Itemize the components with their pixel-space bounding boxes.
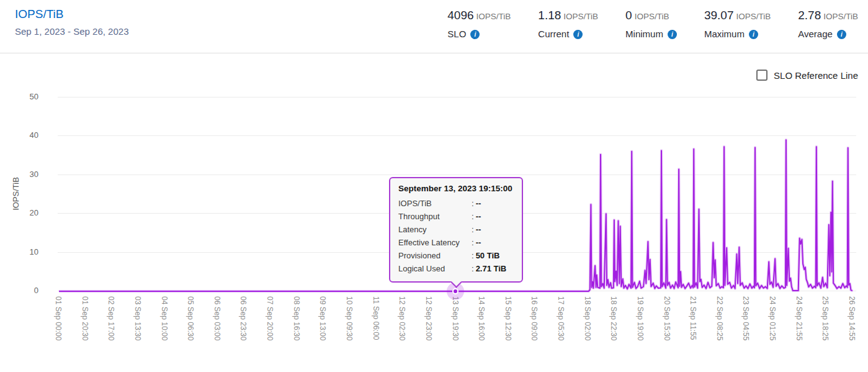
x-tick-label: 05 Sep 06:30	[186, 296, 195, 340]
x-tick-label: 24 Sep 01:25	[768, 296, 777, 340]
stat-value: 2.78IOPS/TiB	[798, 7, 858, 25]
info-icon[interactable]: i	[749, 30, 758, 39]
iops-tib-chart-panel: IOPS/TiB Sep 1, 2023 - Sep 26, 2023 4096…	[0, 0, 868, 372]
x-tick-label: 11 Sep 06:00	[372, 296, 380, 340]
y-tick-label: 10	[14, 247, 38, 256]
stat-maximum: 39.07IOPS/TiBMaximumi	[704, 7, 771, 42]
stat-value: 4096IOPS/TiB	[447, 7, 511, 25]
y-tick-label: 0	[14, 286, 38, 295]
x-tick-label: 06 Sep 03:00	[213, 296, 221, 340]
x-tick-label: 10 Sep 09:30	[345, 296, 354, 340]
chart-tooltip: September 13, 2023 19:15:00 IOPS/TiB:--T…	[389, 177, 523, 283]
stat-label: Currenti	[538, 27, 598, 42]
x-tick-label: 01 Sep 00:00	[54, 296, 63, 340]
stat-label: Maximumi	[704, 27, 771, 42]
x-tick-label: 26 Sep 14:55	[848, 296, 856, 340]
x-tick-label: 01 Sep 20:30	[81, 296, 89, 340]
x-tick-label: 12 Sep 23:00	[424, 296, 433, 340]
y-tick-label: 20	[14, 208, 38, 217]
header-divider	[0, 53, 868, 53]
y-tick-label: 30	[14, 170, 38, 179]
x-tick-label: 22 Sep 08:25	[715, 296, 724, 340]
stat-current: 1.18IOPS/TiBCurrenti	[538, 7, 598, 42]
slo-reference-line-toggle[interactable]: SLO Reference Line	[756, 70, 858, 81]
tooltip-row: Throughput:--	[398, 210, 514, 223]
hover-marker-dot	[452, 288, 459, 294]
x-tick-label: 18 Sep 02:00	[583, 296, 592, 340]
y-tick-label: 40	[14, 130, 38, 140]
x-tick-label: 20 Sep 15:30	[663, 296, 671, 340]
x-tick-label: 06 Sep 23:30	[239, 296, 248, 340]
stat-value: 39.07IOPS/TiB	[704, 7, 771, 25]
tooltip-rows: IOPS/TiB:--Throughput:--Latency:--Effect…	[398, 197, 514, 275]
x-tick-label: 03 Sep 13:30	[133, 296, 142, 340]
x-tick-label: 25 Sep 18:25	[821, 296, 830, 340]
x-tick-label: 14 Sep 16:00	[477, 296, 486, 340]
x-tick-label: 09 Sep 13:00	[318, 296, 327, 340]
tooltip-row: Effective Latency:--	[398, 236, 514, 249]
page-title[interactable]: IOPS/TiB	[15, 7, 63, 21]
stat-average: 2.78IOPS/TiBAveragei	[798, 7, 858, 42]
stat-minimum: 0IOPS/TiBMinimumi	[625, 7, 677, 42]
x-tick-label: 07 Sep 20:00	[266, 296, 274, 340]
x-tick-label: 12 Sep 02:30	[398, 296, 406, 340]
tooltip-row: Latency:--	[398, 223, 514, 236]
x-tick-label: 16 Sep 09:00	[530, 296, 539, 340]
stat-label: Averagei	[798, 27, 858, 42]
stat-label: SLOi	[447, 27, 511, 42]
x-tick-label: 15 Sep 12:30	[504, 296, 512, 340]
y-axis-title: IOPS/TiB	[11, 177, 20, 211]
slo-reference-line-label: SLO Reference Line	[774, 70, 858, 81]
y-tick-label: 50	[14, 92, 38, 101]
x-tick-label: 02 Sep 17:00	[107, 296, 115, 340]
stat-slo: 4096IOPS/TiBSLOi	[447, 7, 511, 42]
info-icon[interactable]: i	[573, 30, 583, 39]
info-icon[interactable]: i	[470, 30, 480, 39]
x-tick-label: 04 Sep 10:00	[160, 296, 169, 340]
slo-reference-line-checkbox[interactable]	[756, 70, 767, 81]
info-icon[interactable]: i	[668, 30, 677, 39]
x-tick-label: 19 Sep 19:00	[636, 296, 645, 340]
tooltip-row: Logical Used:2.71 TiB	[398, 262, 514, 275]
tooltip-title: September 13, 2023 19:15:00	[398, 184, 514, 193]
stats-row: 4096IOPS/TiBSLOi1.18IOPS/TiBCurrenti0IOP…	[447, 7, 858, 42]
x-tick-label: 08 Sep 16:30	[292, 296, 301, 340]
x-tick-label: 13 Sep 19:30	[451, 296, 460, 340]
x-tick-label: 17 Sep 05:30	[557, 296, 565, 340]
info-icon[interactable]: i	[837, 30, 846, 39]
date-range: Sep 1, 2023 - Sep 26, 2023	[15, 26, 128, 37]
stat-label: Minimumi	[625, 27, 677, 42]
stat-value: 0IOPS/TiB	[625, 7, 677, 25]
x-tick-label: 24 Sep 21:55	[795, 296, 803, 340]
tooltip-row: IOPS/TiB:--	[398, 197, 514, 210]
stat-value: 1.18IOPS/TiB	[538, 7, 598, 25]
x-tick-label: 23 Sep 04:55	[741, 296, 750, 340]
x-tick-label: 21 Sep 11:55	[689, 296, 697, 340]
tooltip-row: Provisioned:50 TiB	[398, 249, 514, 262]
x-tick-label: 18 Sep 22:30	[609, 296, 618, 340]
